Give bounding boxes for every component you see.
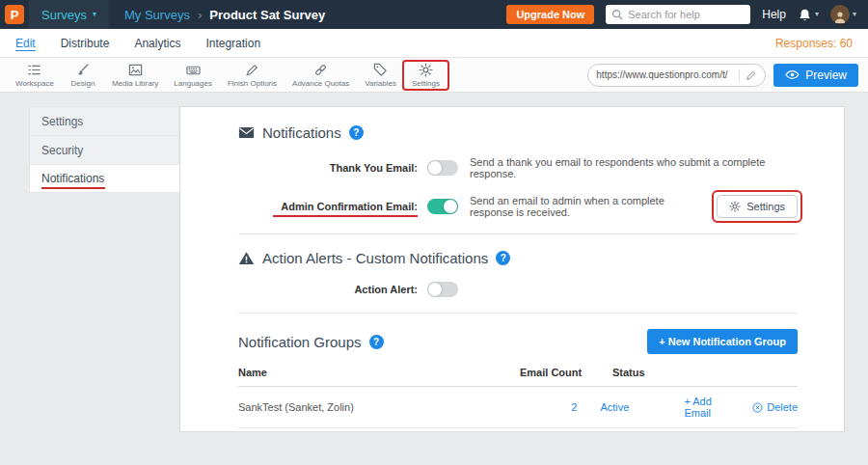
action-alerts-section-header: Action Alerts - Custom Notifications ? <box>238 250 798 266</box>
delete-link[interactable]: Delete <box>752 401 798 413</box>
delete-circle-x-icon <box>752 402 763 413</box>
responses-count: Responses: 60 <box>775 37 853 50</box>
edit-toolbar: Workspace Design Media Library Languages <box>0 58 868 93</box>
notification-groups-title: Notification Groups <box>238 334 362 350</box>
notification-groups-table: Name Email Count Status SankTest (Sanket… <box>238 358 798 428</box>
sidebar-item-security[interactable]: Security <box>29 135 179 164</box>
action-alert-row: Action Alert: <box>238 282 798 297</box>
notifications-section-header: Notifications ? <box>238 124 798 141</box>
sidebar-item-label: Notifications <box>41 172 104 185</box>
admin-confirmation-email-toggle[interactable] <box>427 199 458 214</box>
settings-button-wrap: Settings <box>717 195 798 218</box>
help-search-input[interactable] <box>628 9 745 20</box>
logo-mark: P <box>5 5 24 24</box>
toolbar-item-media-library[interactable]: Media Library <box>104 61 166 90</box>
action-alerts-title: Action Alerts - Custom Notifications <box>262 250 488 266</box>
column-header-status: Status <box>612 367 699 378</box>
user-avatar <box>830 5 850 24</box>
tab-edit[interactable]: Edit <box>15 37 36 50</box>
survey-url-box <box>587 64 766 87</box>
toolbar-right: Preview <box>587 64 858 87</box>
notification-groups-title-wrap: Notification Groups ? <box>238 334 384 350</box>
notifications-bell[interactable]: ▾ <box>798 8 819 22</box>
status-cell: Active <box>600 401 684 413</box>
gear-icon <box>419 63 433 77</box>
help-icon[interactable]: ? <box>496 251 510 265</box>
eye-icon <box>785 69 800 80</box>
column-header-email-count: Email Count <box>520 367 589 378</box>
questionpro-logo[interactable]: P <box>0 0 29 29</box>
thank-you-email-label: Thank You Email: <box>238 162 418 174</box>
pencil-icon <box>245 63 259 77</box>
tab-distribute[interactable]: Distribute <box>61 37 110 50</box>
admin-email-settings-button[interactable]: Settings <box>717 195 798 218</box>
topbar-right: Upgrade Now Help ▾ ▾ <box>506 5 868 24</box>
toolbar-item-languages[interactable]: Languages <box>166 61 220 90</box>
thank-you-email-toggle[interactable] <box>427 160 458 176</box>
toolbar-item-design[interactable]: Design <box>62 61 104 90</box>
notifications-title: Notifications <box>262 124 341 141</box>
toolbar-item-label: Media Library <box>112 79 158 88</box>
tag-icon <box>373 63 388 77</box>
toolbar-item-workspace[interactable]: Workspace <box>8 61 62 90</box>
action-alert-label: Action Alert: <box>238 284 418 295</box>
preview-button[interactable]: Preview <box>773 64 858 87</box>
chevron-down-icon: ▾ <box>93 11 96 18</box>
upgrade-now-button[interactable]: Upgrade Now <box>506 5 594 24</box>
sidebar-item-notifications[interactable]: Notifications <box>29 164 179 193</box>
tab-analytics[interactable]: Analytics <box>134 37 180 50</box>
breadcrumb-separator: › <box>198 8 202 22</box>
preview-button-label: Preview <box>805 68 847 82</box>
link-icon <box>313 63 328 77</box>
questionpro-app: P Surveys ▾ My Surveys › Product Sat Sur… <box>0 0 868 465</box>
toolbar-item-label: Workspace <box>15 79 54 88</box>
notifications-panel: Notifications ? Thank You Email: Send a … <box>179 106 845 432</box>
chevron-down-icon: ▾ <box>853 11 856 18</box>
new-notification-group-button[interactable]: + New Notification Group <box>647 329 798 354</box>
breadcrumb-my-surveys[interactable]: My Surveys <box>124 8 190 22</box>
toolbar-items: Workspace Design Media Library Languages <box>8 58 448 92</box>
delete-label: Delete <box>767 401 798 413</box>
gear-icon <box>729 201 741 212</box>
add-email-label: + Add Email <box>684 396 737 419</box>
search-icon <box>611 9 623 20</box>
toolbar-item-settings[interactable]: Settings <box>404 61 448 90</box>
toolbar-item-variables[interactable]: Variables <box>357 61 404 90</box>
workspace-icon <box>27 63 41 77</box>
settings-button-label: Settings <box>746 201 785 212</box>
chevron-down-icon: ▾ <box>815 11 819 18</box>
toolbar-item-label: Design <box>70 79 95 88</box>
survey-url-input[interactable] <box>596 69 739 80</box>
email-count-cell: 2 <box>510 401 578 413</box>
tab-integration[interactable]: Integration <box>205 37 260 50</box>
table-header-row: Name Email Count Status <box>238 358 798 387</box>
help-icon[interactable]: ? <box>349 125 364 140</box>
toolbar-item-label: Languages <box>174 79 212 88</box>
surveys-menu[interactable]: Surveys ▾ <box>29 0 109 29</box>
settings-sidebar: Settings Security Notifications <box>29 106 179 193</box>
topbar: P Surveys ▾ My Surveys › Product Sat Sur… <box>0 0 868 29</box>
toolbar-item-label: Finish Options <box>228 79 277 88</box>
table-row: SankTest (Sanket, Zolin) 2 Active + Add … <box>238 387 798 428</box>
envelope-icon <box>238 126 255 139</box>
annotation-underline-notifications <box>41 187 105 189</box>
toolbar-item-label: Advance Quotas <box>292 79 349 88</box>
edit-url-pencil-icon[interactable] <box>739 69 757 81</box>
action-alert-toggle[interactable] <box>427 282 458 297</box>
sidebar-item-settings[interactable]: Settings <box>29 106 179 135</box>
help-search-box <box>606 5 750 24</box>
toolbar-item-finish-options[interactable]: Finish Options <box>220 61 285 90</box>
user-menu[interactable]: ▾ <box>830 5 856 24</box>
column-header-name: Name <box>238 367 520 378</box>
status-link[interactable]: Active <box>600 401 629 413</box>
notification-groups-header: Notification Groups ? + New Notification… <box>238 329 798 354</box>
toolbar-item-label: Variables <box>365 79 396 88</box>
keyboard-icon <box>186 63 201 77</box>
toolbar-item-advance-quotas[interactable]: Advance Quotas <box>285 61 357 90</box>
divider <box>238 313 798 314</box>
help-icon[interactable]: ? <box>369 335 384 349</box>
email-count-link[interactable]: 2 <box>571 401 577 413</box>
image-icon <box>128 63 143 77</box>
help-link[interactable]: Help <box>762 8 786 21</box>
add-email-link[interactable]: + Add Email <box>684 396 737 419</box>
